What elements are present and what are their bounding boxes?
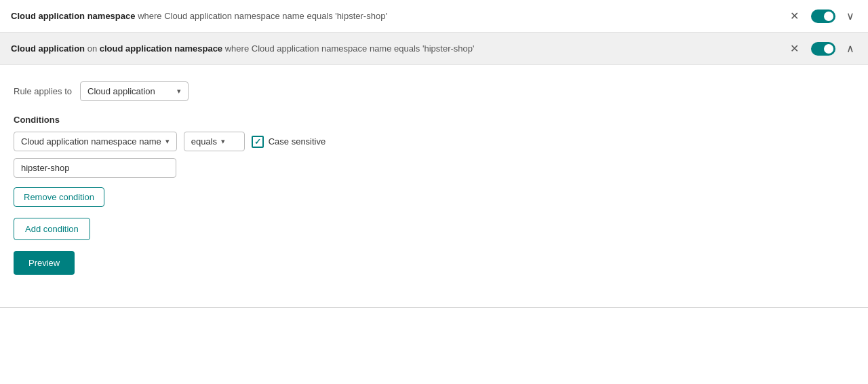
rule-applies-row: Rule applies to Cloud application ▾	[14, 81, 854, 101]
rule-bar-1: Cloud application namespace where Cloud …	[0, 0, 868, 33]
rule-bar-1-close-button[interactable]: ✕	[786, 9, 803, 23]
value-input-row	[14, 158, 854, 178]
operator-dropdown-value: equals	[191, 136, 217, 147]
case-sensitive-row: ✓ Case sensitive	[252, 136, 326, 148]
case-sensitive-checkbox[interactable]: ✓	[252, 136, 264, 148]
rule-bar-1-regular: where Cloud application namespace name e…	[138, 11, 387, 21]
rule-bar-1-chevron-down-icon[interactable]: ∨	[844, 8, 857, 24]
bottom-divider	[0, 307, 868, 308]
rule-bar-1-toggle[interactable]	[811, 9, 835, 23]
toggle-knob-2	[824, 44, 833, 54]
rule-applies-value: Cloud application	[87, 86, 155, 96]
toggle-track	[811, 9, 835, 23]
toggle-knob	[824, 12, 833, 21]
rule-bar-2-chevron-up-icon[interactable]: ∧	[844, 41, 857, 56]
buttons-row: Add condition Preview	[14, 207, 854, 275]
toggle-track-2	[811, 42, 835, 56]
remove-condition-button[interactable]: Remove condition	[14, 187, 104, 207]
rule-bar-2-text: Cloud application on cloud application n…	[11, 43, 786, 54]
check-icon: ✓	[254, 138, 261, 146]
rule-bar-2-actions: ✕ ∧	[786, 41, 857, 56]
rule-bar-1-actions: ✕ ∨	[786, 8, 857, 24]
condition-row: Cloud application namespace name ▾ equal…	[14, 132, 854, 151]
rule-applies-label: Rule applies to	[14, 86, 72, 96]
rule-bar-2-regular-1: on	[87, 43, 100, 54]
rule-applies-dropdown[interactable]: Cloud application ▾	[80, 81, 189, 101]
rule-bar-2-bold-2: cloud application namespace	[100, 43, 222, 54]
field-dropdown-value: Cloud application namespace name	[21, 136, 161, 147]
add-condition-button[interactable]: Add condition	[14, 218, 90, 240]
rule-bar-2-regular-2: where Cloud application namespace name e…	[225, 43, 475, 54]
field-dropdown-arrow-icon: ▾	[165, 137, 170, 146]
rule-bar-1-text: Cloud application namespace where Cloud …	[11, 11, 786, 21]
rule-bar-1-bold: Cloud application namespace	[11, 11, 136, 21]
operator-dropdown[interactable]: equals ▾	[184, 132, 245, 151]
rule-applies-arrow-icon: ▾	[177, 87, 181, 96]
rule-bar-2: Cloud application on cloud application n…	[0, 33, 868, 65]
preview-button[interactable]: Preview	[14, 251, 75, 275]
value-input[interactable]	[14, 158, 176, 178]
case-sensitive-label: Case sensitive	[269, 136, 326, 147]
conditions-label: Conditions	[14, 115, 854, 125]
rule-bar-2-toggle[interactable]	[811, 42, 835, 56]
field-dropdown[interactable]: Cloud application namespace name ▾	[14, 132, 177, 151]
main-content: Rule applies to Cloud application ▾ Cond…	[0, 65, 868, 291]
rule-bar-2-bold-1: Cloud application	[11, 43, 85, 54]
rule-bar-2-close-button[interactable]: ✕	[786, 42, 803, 56]
operator-dropdown-arrow-icon: ▾	[221, 137, 225, 146]
